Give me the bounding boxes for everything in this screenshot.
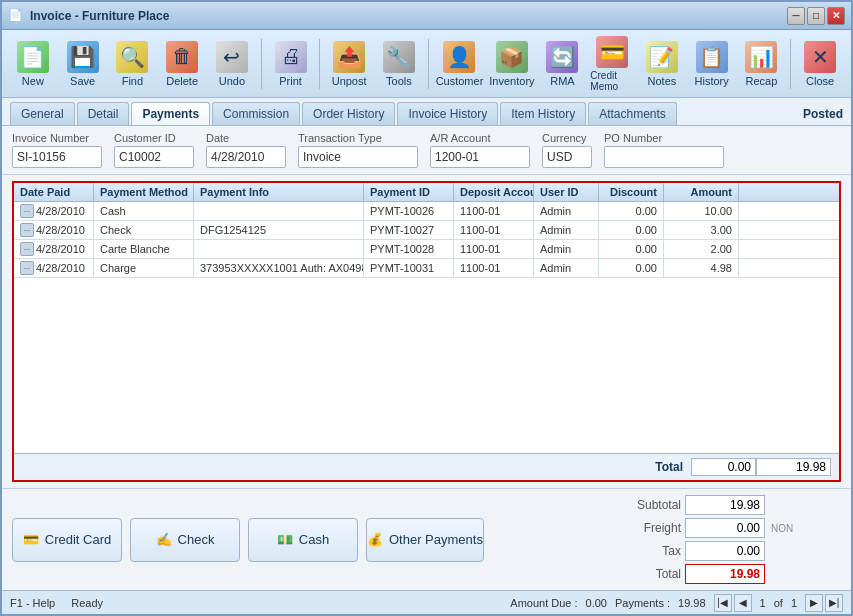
total-label: Total: [655, 460, 683, 474]
cell-user: Admin: [534, 202, 599, 220]
notes-icon: 📝: [646, 41, 678, 73]
customer-id-input[interactable]: C10002: [114, 146, 194, 168]
cell-payid: PYMT-10027: [364, 221, 454, 239]
table-row[interactable]: ··· 4/28/2010 Check DFG1254125 PYMT-1002…: [14, 221, 839, 240]
delete-icon: 🗑: [166, 41, 198, 73]
rma-label: RMA: [550, 75, 574, 87]
payments-label: Payments :: [615, 597, 670, 609]
print-button[interactable]: 🖨 Print: [268, 35, 314, 93]
ar-account-group: A/R Account 1200-01: [430, 132, 530, 168]
tab-payments[interactable]: Payments: [131, 102, 210, 125]
col-header-discount: Discount: [599, 183, 664, 201]
tools-button[interactable]: 🔧 Tools: [376, 35, 422, 93]
tab-attachments[interactable]: Attachments: [588, 102, 677, 125]
page-of-text: of: [774, 597, 783, 609]
print-label: Print: [279, 75, 302, 87]
table-header: Date Paid Payment Method Payment Info Pa…: [14, 183, 839, 202]
check-button[interactable]: ✍ Check: [130, 518, 240, 562]
invoice-number-label: Invoice Number: [12, 132, 102, 144]
delete-label: Delete: [166, 75, 198, 87]
table-row[interactable]: ··· 4/28/2010 Charge 373953XXXXX1001 Aut…: [14, 259, 839, 278]
credit-memo-icon: 💳: [596, 36, 628, 68]
table-row[interactable]: ··· 4/28/2010 Cash PYMT-10026 1100-01 Ad…: [14, 202, 839, 221]
tab-detail[interactable]: Detail: [77, 102, 130, 125]
cell-date: ··· 4/28/2010: [14, 240, 94, 258]
other-payments-label: Other Payments: [389, 532, 483, 547]
row-expand-icon[interactable]: ···: [20, 223, 34, 237]
credit-card-icon: 💳: [23, 532, 39, 547]
unpost-label: Unpost: [332, 75, 367, 87]
transaction-type-input[interactable]: Invoice: [298, 146, 418, 168]
unpost-icon: 📤: [333, 41, 365, 73]
find-button[interactable]: 🔍 Find: [110, 35, 156, 93]
tab-order-history[interactable]: Order History: [302, 102, 395, 125]
po-number-group: PO Number: [604, 132, 724, 168]
maximize-button[interactable]: □: [807, 7, 825, 25]
toolbar-separator-3: [428, 39, 429, 89]
cell-payid: PYMT-10028: [364, 240, 454, 258]
prev-page-button[interactable]: ◀: [734, 594, 752, 612]
cell-discount: 0.00: [599, 240, 664, 258]
tabs-bar: General Detail Payments Commission Order…: [2, 98, 851, 126]
row-expand-icon[interactable]: ···: [20, 261, 34, 275]
currency-input[interactable]: USD: [542, 146, 592, 168]
history-button[interactable]: 📋 History: [689, 35, 735, 93]
amount-due-label: Amount Due :: [510, 597, 577, 609]
cell-amount: 4.98: [664, 259, 739, 277]
minimize-button[interactable]: ─: [787, 7, 805, 25]
col-header-method: Payment Method: [94, 183, 194, 201]
cash-button[interactable]: 💵 Cash: [248, 518, 358, 562]
ar-account-input[interactable]: 1200-01: [430, 146, 530, 168]
invoice-number-input[interactable]: SI-10156: [12, 146, 102, 168]
notes-label: Notes: [648, 75, 677, 87]
first-page-button[interactable]: |◀: [714, 594, 732, 612]
cell-amount: 2.00: [664, 240, 739, 258]
history-icon: 📋: [696, 41, 728, 73]
delete-button[interactable]: 🗑 Delete: [159, 35, 205, 93]
unpost-button[interactable]: 📤 Unpost: [326, 35, 372, 93]
cell-discount: 0.00: [599, 259, 664, 277]
cell-discount: 0.00: [599, 202, 664, 220]
other-payments-icon: 💰: [367, 532, 383, 547]
total-summary-label: Total: [621, 567, 681, 581]
tab-general[interactable]: General: [10, 102, 75, 125]
undo-button[interactable]: ↩ Undo: [209, 35, 255, 93]
undo-label: Undo: [219, 75, 245, 87]
status-right: Amount Due : 0.00 Payments : 19.98 |◀ ◀ …: [510, 594, 843, 612]
toolbar-separator-2: [319, 39, 320, 89]
date-input[interactable]: 4/28/2010: [206, 146, 286, 168]
customer-button[interactable]: 👤 Customer: [435, 35, 485, 93]
status-text: Ready: [71, 597, 103, 609]
rma-button[interactable]: 🔄 RMA: [540, 35, 586, 93]
col-header-info: Payment Info: [194, 183, 364, 201]
close-window-button[interactable]: ✕: [827, 7, 845, 25]
recap-button[interactable]: 📊 Recap: [739, 35, 785, 93]
credit-card-button[interactable]: 💳 Credit Card: [12, 518, 122, 562]
new-button[interactable]: 📄 New: [10, 35, 56, 93]
last-page-button[interactable]: ▶|: [825, 594, 843, 612]
inventory-label: Inventory: [489, 75, 534, 87]
cell-method: Carte Blanche: [94, 240, 194, 258]
other-payments-button[interactable]: 💰 Other Payments: [366, 518, 484, 562]
row-expand-icon[interactable]: ···: [20, 242, 34, 256]
po-number-input[interactable]: [604, 146, 724, 168]
row-expand-icon[interactable]: ···: [20, 204, 34, 218]
credit-memo-button[interactable]: 💳 Credit Memo: [589, 35, 635, 93]
toolbar: 📄 New 💾 Save 🔍 Find 🗑 Delete ↩ Undo 🖨 Pr…: [2, 30, 851, 98]
main-window: 📄 Invoice - Furniture Place ─ □ ✕ 📄 New …: [0, 0, 853, 616]
save-label: Save: [70, 75, 95, 87]
date-label: Date: [206, 132, 286, 144]
tab-item-history[interactable]: Item History: [500, 102, 586, 125]
save-button[interactable]: 💾 Save: [60, 35, 106, 93]
nav-controls: |◀ ◀: [714, 594, 752, 612]
close-button[interactable]: ✕ Close: [797, 35, 843, 93]
next-page-button[interactable]: ▶: [805, 594, 823, 612]
notes-button[interactable]: 📝 Notes: [639, 35, 685, 93]
tab-commission[interactable]: Commission: [212, 102, 300, 125]
save-icon: 💾: [67, 41, 99, 73]
table-row[interactable]: ··· 4/28/2010 Carte Blanche PYMT-10028 1…: [14, 240, 839, 259]
tab-invoice-history[interactable]: Invoice History: [397, 102, 498, 125]
currency-label: Currency: [542, 132, 592, 144]
subtotal-label: Subtotal: [621, 498, 681, 512]
inventory-button[interactable]: 📦 Inventory: [488, 35, 535, 93]
